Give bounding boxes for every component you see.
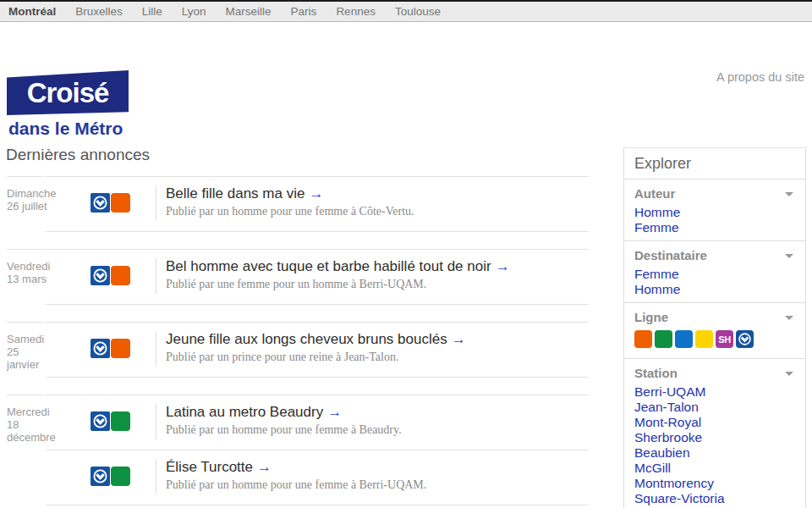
date-line: Dimanche — [7, 187, 73, 200]
ad-title-link[interactable]: Bel homme avec tuque et barbe habillé to… — [166, 258, 510, 275]
filter-station-jean-talon[interactable]: Jean-Talon — [634, 400, 795, 415]
stm-metro-icon — [91, 467, 110, 486]
ad-title-link[interactable]: Latina au metro Beaudry→ — [166, 404, 402, 421]
ad-icons — [91, 459, 156, 494]
line-orange-filter[interactable] — [634, 330, 652, 348]
date-line: Samedi — [7, 333, 73, 345]
ad-group: Vendredi 13 mars Bel homme avec tuque et… — [6, 249, 589, 305]
filter-station-beaubien[interactable]: Beaubien — [634, 445, 795, 461]
ad-group: Samedi 25 janvier Jeune fille aux — [6, 322, 589, 378]
city-link-lyon[interactable]: Lyon — [182, 5, 206, 18]
section-label: Ligne — [634, 310, 668, 325]
ad-entry: Belle fille dans ma vie→ Publié par un h… — [46, 177, 589, 231]
ad-icons — [91, 258, 156, 294]
ad-date: Dimanche 26 juillet — [6, 176, 46, 232]
section-destinataire-header[interactable]: Destinataire — [634, 248, 795, 263]
section-ligne-header[interactable]: Ligne — [634, 310, 795, 325]
logo-subtitle: dans le Métro — [7, 119, 129, 139]
metro-line-icon — [111, 339, 130, 358]
ad-icons — [91, 331, 156, 367]
line-yellow-filter[interactable] — [695, 330, 713, 348]
filter-station-berri-uqam[interactable]: Berri-UQAM — [634, 384, 795, 400]
ad-description: Publié par une femme pour un homme à Ber… — [166, 278, 510, 291]
city-link-toulouse[interactable]: Toulouse — [395, 5, 441, 18]
latest-ads-section: Dernières annonces Dimanche 26 juillet — [6, 135, 589, 508]
section-label: Destinataire — [634, 248, 707, 263]
metro-line-icon — [111, 266, 130, 285]
filter-station-mcgill[interactable]: McGill — [634, 461, 795, 476]
arrow-right-icon: → — [327, 404, 342, 420]
ad-date: Samedi 25 janvier — [6, 322, 46, 378]
date-line: Mercredi — [7, 406, 73, 418]
city-link-rennes[interactable]: Rennes — [336, 5, 376, 18]
section-auteur-header[interactable]: Auteur — [634, 186, 795, 202]
date-line: 25 — [7, 345, 73, 358]
stm-metro-icon — [91, 339, 110, 358]
ad-title-link[interactable]: Belle fille dans ma vie→ — [166, 185, 414, 202]
stm-metro-icon[interactable] — [736, 330, 754, 348]
ad-icons — [91, 185, 156, 221]
city-link-marseille[interactable]: Marseille — [226, 5, 272, 18]
page-title: Dernières annonces — [6, 146, 589, 164]
arrow-right-icon: → — [496, 258, 510, 274]
stm-metro-icon — [91, 193, 110, 213]
line-filter-row: SH — [634, 329, 795, 353]
filter-destinataire-femme[interactable]: Femme — [634, 267, 795, 282]
ad-date: Vendredi 13 mars — [6, 249, 46, 305]
ad-entry: Jeune fille aux longs cheveux bruns bouc… — [46, 323, 589, 377]
ad-description: Publié par un prince pour une reine à Je… — [166, 351, 466, 364]
date-line: 13 mars — [7, 273, 73, 285]
line-sh-filter[interactable]: SH — [716, 330, 733, 348]
ad-title-text: Belle fille dans ma vie — [166, 185, 304, 202]
logo-box: Croisé — [7, 70, 129, 115]
metro-line-icon — [111, 467, 130, 486]
sh-label: SH — [718, 334, 730, 345]
line-blue-filter[interactable] — [675, 330, 693, 348]
date-line: 18 — [7, 418, 73, 431]
arrow-right-icon: → — [309, 185, 323, 202]
section-station-header[interactable]: Station — [634, 366, 795, 381]
ad-entry: Bel homme avec tuque et barbe habillé to… — [46, 250, 589, 304]
filter-auteur-femme[interactable]: Femme — [634, 220, 795, 235]
filter-station-square-victoria[interactable]: Square-Victoria — [634, 491, 795, 506]
section-auteur: Auteur Homme Femme — [624, 179, 805, 241]
ad-title-link[interactable]: Élise Turcotte→ — [166, 459, 426, 476]
filter-station-mont-royal[interactable]: Mont-Royal — [634, 415, 795, 430]
city-link-bruxelles[interactable]: Bruxelles — [75, 5, 123, 18]
filter-station-montmorency[interactable]: Montmorency — [634, 476, 795, 491]
line-green-filter[interactable] — [655, 330, 672, 348]
ad-title-text: Élise Turcotte — [166, 459, 253, 475]
section-label: Station — [634, 366, 678, 381]
ad-entry: Latina au metro Beaudry→ Publié par un h… — [46, 395, 589, 450]
date-line: Vendredi — [7, 260, 73, 273]
explorer-title: Explorer — [624, 148, 805, 179]
ad-group: Dimanche 26 juillet Belle fille dans ma … — [6, 176, 589, 232]
date-line: décembre — [7, 431, 73, 444]
filter-auteur-homme[interactable]: Homme — [634, 205, 795, 220]
filter-station-sherbrooke[interactable]: Sherbrooke — [634, 430, 795, 445]
city-nav-bar: Montréal Bruxelles Lille Lyon Marseille … — [0, 0, 812, 22]
chevron-down-icon — [785, 316, 793, 320]
ad-icons — [91, 404, 156, 439]
metro-line-icon — [111, 193, 130, 213]
date-line: janvier — [7, 358, 73, 371]
ad-description: Publié par un homme pour une femme à Bea… — [166, 423, 402, 437]
city-link-montreal[interactable]: Montréal — [8, 5, 56, 18]
ad-date: Mercredi 18 décembre — [6, 395, 46, 505]
section-station: Station Berri-UQAM Jean-Talon Mont-Royal… — [624, 359, 805, 508]
filter-destinataire-homme[interactable]: Homme — [634, 282, 795, 297]
chevron-down-icon — [785, 372, 793, 376]
city-link-paris[interactable]: Paris — [291, 5, 317, 18]
site-logo[interactable]: Croisé dans le Métro — [7, 70, 129, 139]
chevron-down-icon — [785, 192, 793, 196]
ad-entry: Élise Turcotte→ Publié par un homme pour… — [46, 450, 589, 505]
stm-metro-icon — [91, 411, 110, 431]
explorer-panel: Explorer Auteur Homme Femme Destinataire… — [623, 147, 806, 508]
ad-title-text: Bel homme avec tuque et barbe habillé to… — [166, 258, 491, 274]
section-ligne: Ligne SH — [624, 303, 805, 359]
about-site-link[interactable]: A propos du site — [716, 70, 804, 84]
chevron-down-icon — [785, 254, 793, 258]
city-link-lille[interactable]: Lille — [142, 5, 162, 18]
ad-title-link[interactable]: Jeune fille aux longs cheveux bruns bouc… — [166, 331, 466, 348]
page-header: Croisé dans le Métro A propos du site — [0, 22, 812, 135]
